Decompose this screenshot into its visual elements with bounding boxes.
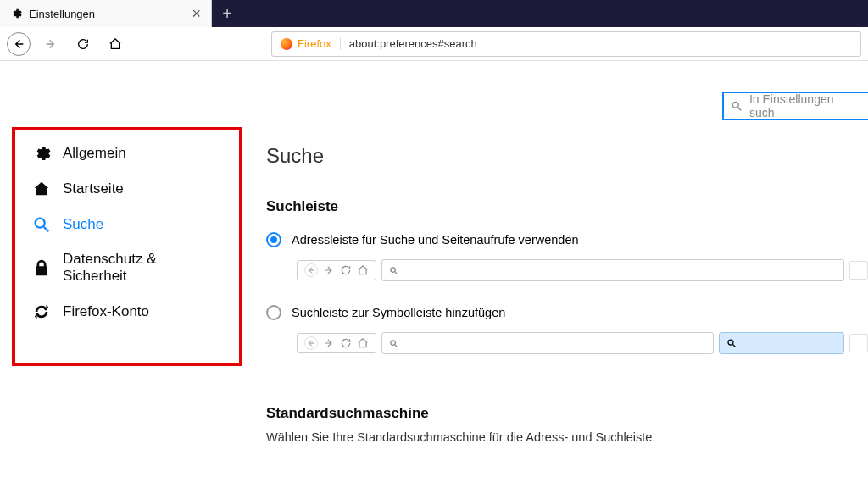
back-icon	[304, 336, 318, 350]
section-heading-default-engine: Standardsuchmaschine	[266, 405, 868, 422]
sidebar-item-general[interactable]: Allgemein	[17, 136, 227, 171]
radio-label: Adressleiste für Suche und Seitenaufrufe…	[292, 233, 579, 247]
home-icon	[357, 264, 369, 276]
sidebar-item-label: Datenschutz & Sicherheit	[63, 251, 212, 286]
sidebar-item-home[interactable]: Startseite	[17, 171, 227, 207]
radio-input[interactable]	[266, 232, 281, 247]
sidebar-item-account[interactable]: Firefox-Konto	[17, 294, 227, 330]
back-button[interactable]	[7, 32, 31, 56]
url-text: about:preferences#search	[341, 37, 486, 50]
section-heading-searchbar: Suchleiste	[266, 198, 868, 215]
sidebar-item-search[interactable]: Suche	[17, 207, 227, 242]
search-placeholder: In Einstellungen such	[749, 92, 861, 119]
separate-searchbox-preview	[719, 332, 844, 354]
preferences-sidebar: Allgemein Startseite Suche Datenschutz &…	[0, 61, 244, 488]
reload-icon	[340, 337, 352, 349]
home-icon	[32, 180, 51, 198]
lock-icon	[32, 258, 51, 277]
browser-toolbar: Firefox about:preferences#search	[0, 27, 868, 61]
search-icon	[731, 100, 743, 112]
find-in-preferences-input[interactable]: In Einstellungen such	[722, 92, 868, 120]
sidebar-item-label: Firefox-Konto	[63, 303, 149, 320]
sync-icon	[32, 302, 51, 321]
searchbar-preview-combined	[297, 258, 868, 283]
forward-button[interactable]	[39, 32, 63, 56]
url-bar[interactable]: Firefox about:preferences#search	[271, 31, 861, 57]
sidebar-item-label: Startseite	[63, 180, 124, 197]
home-button[interactable]	[103, 32, 127, 56]
close-icon[interactable]: ×	[192, 5, 201, 23]
browser-tab[interactable]: Einstellungen ×	[0, 0, 212, 27]
sidebar-item-label: Allgemein	[63, 145, 126, 162]
reload-icon	[340, 264, 352, 276]
sidebar-icon	[849, 334, 868, 352]
firefox-logo-icon	[281, 38, 292, 50]
radio-label: Suchleiste zur Symbolleiste hinzufügen	[292, 306, 505, 319]
sidebar-item-label: Suche	[63, 216, 103, 233]
forward-icon	[323, 337, 335, 349]
gear-icon	[10, 8, 22, 19]
forward-icon	[323, 264, 335, 276]
home-icon	[357, 337, 369, 349]
searchbar-preview-separate	[297, 330, 868, 356]
section-description: Wählen Sie Ihre Standardsuchmaschine für…	[266, 430, 868, 444]
preferences-main: In Einstellungen such Suche Suchleiste A…	[244, 61, 868, 488]
radio-input[interactable]	[266, 305, 281, 320]
identity-box[interactable]: Firefox	[272, 37, 341, 50]
radio-option-combined[interactable]: Adressleiste für Suche und Seitenaufrufe…	[266, 232, 868, 247]
page-title: Suche	[266, 144, 868, 168]
search-icon	[726, 338, 737, 348]
radio-option-separate[interactable]: Suchleiste zur Symbolleiste hinzufügen	[266, 305, 868, 320]
back-icon	[304, 263, 318, 277]
tab-bar: Einstellungen × +	[0, 0, 868, 27]
search-icon	[32, 215, 51, 234]
search-icon	[389, 339, 398, 348]
reload-button[interactable]	[71, 32, 95, 56]
tab-title: Einstellungen	[29, 8, 95, 20]
gear-icon	[32, 144, 51, 163]
search-icon	[389, 266, 398, 275]
sidebar-icon	[849, 261, 868, 280]
new-tab-button[interactable]: +	[212, 0, 242, 27]
sidebar-item-privacy[interactable]: Datenschutz & Sicherheit	[17, 242, 227, 294]
